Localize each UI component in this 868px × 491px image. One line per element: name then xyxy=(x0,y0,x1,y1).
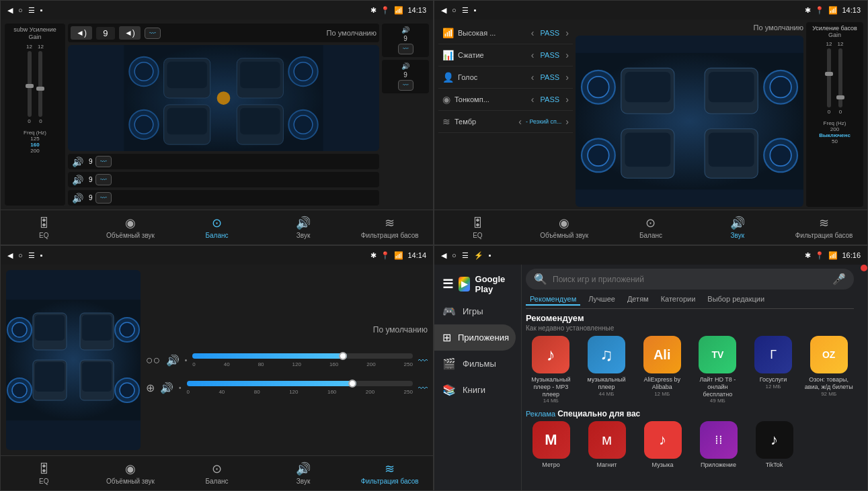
wave-btn-2[interactable]: 〰 xyxy=(95,174,112,185)
tab-eq-p1[interactable]: 🎛 EQ xyxy=(1,210,87,244)
tab-filter-p1[interactable]: ≋ Фильтрация басов xyxy=(346,210,433,244)
bass-gain-panel: Усиление басов Gain 12 0 12 0 Freq (H xyxy=(806,22,863,207)
gain-col-right: 12 0 xyxy=(38,44,44,124)
app-aliexpress[interactable]: Ali AliExpress by Alibaba 12 МБ xyxy=(637,336,687,404)
menu-icon[interactable]: ☰ xyxy=(28,6,35,15)
gplay-nav-games[interactable]: 🎮 Игры xyxy=(434,298,521,324)
svg-rect-28 xyxy=(709,72,754,102)
gain-slider-right[interactable] xyxy=(38,51,42,117)
vol-down-btn[interactable]: ◄) xyxy=(71,26,92,40)
vol-up-btn[interactable]: ◄) xyxy=(119,26,141,40)
tab-surround-label-p3: Объёмный звук xyxy=(106,478,155,485)
home-icon-p2[interactable]: ○ xyxy=(452,6,457,14)
app-tiktok[interactable]: ♪ TikTok xyxy=(749,421,799,469)
tone-arrow-left[interactable]: ‹ xyxy=(531,94,535,105)
slider2-wave: 〰 xyxy=(418,383,428,394)
voice-arrow-left[interactable]: ‹ xyxy=(531,72,535,83)
tab-sound-label-p3: Звук xyxy=(297,478,311,485)
tab-eq-p2[interactable]: 🎛 EQ xyxy=(434,210,521,244)
wave-btn-1[interactable]: 〰 xyxy=(95,156,112,167)
gplay-search-bar[interactable]: 🔍 🎤 xyxy=(526,269,854,289)
app-ozon-size: 92 МБ xyxy=(821,391,836,397)
tab-balance-p1[interactable]: ⊙ Баланс xyxy=(173,210,260,244)
bluetooth-icon-p3: ✱ xyxy=(370,251,377,260)
app-metro[interactable]: M Метро xyxy=(526,421,576,469)
filter-tab-categories[interactable]: Категории xyxy=(657,294,700,306)
bass-slider-right[interactable] xyxy=(838,48,842,107)
menu-icon-p4[interactable]: ☰ xyxy=(462,251,469,260)
hamburger-icon[interactable]: ☰ xyxy=(442,277,453,292)
timbre-val: - Резкий сп... xyxy=(526,118,561,125)
tab-sound-p2[interactable]: 🔊 Звук xyxy=(694,210,781,244)
tab-surround-p2[interactable]: ◉ Объёмный звук xyxy=(521,210,608,244)
filter-tab-editors[interactable]: Выбор редакции xyxy=(703,294,768,306)
status-icons-p2: ✱ 📍 📶 14:13 xyxy=(805,6,861,15)
gplay-nav-movies[interactable]: 🎬 Фильмы xyxy=(434,351,521,377)
wave-btn-3[interactable]: 〰 xyxy=(95,192,112,204)
tone-icon: ◉ xyxy=(442,94,450,105)
tab-sound-p3[interactable]: 🔊 Звук xyxy=(260,456,347,490)
back-icon-p4[interactable]: ◀ xyxy=(441,251,446,260)
tab-sound-p1[interactable]: 🔊 Звук xyxy=(260,210,347,244)
filter-tab-top[interactable]: Лучшее xyxy=(584,294,619,306)
r-speaker-2: 🔊 9 〰 xyxy=(382,60,429,93)
bass-active-freq: Выключенс xyxy=(819,132,851,138)
app-musicplayer2[interactable]: ♫ музыкальный плеер 44 МБ xyxy=(582,336,632,404)
voice-arrow-right[interactable]: › xyxy=(565,72,569,83)
compress-arrow-right[interactable]: › xyxy=(565,50,569,60)
home-icon-p4[interactable]: ○ xyxy=(452,251,457,259)
location-icon: 📍 xyxy=(381,6,390,15)
tab-balance-p3[interactable]: ⊙ Баланс xyxy=(173,456,260,490)
record-icon[interactable]: ▪ xyxy=(40,6,43,14)
record-icon-p3[interactable]: ▪ xyxy=(40,251,43,259)
search-input[interactable] xyxy=(553,275,827,284)
gplay-nav-books[interactable]: 📚 Книги xyxy=(434,377,521,403)
record-icon-p4[interactable]: ▪ xyxy=(489,251,491,259)
tone-arrow-right[interactable]: › xyxy=(565,94,569,105)
record-icon-p2[interactable]: ▪ xyxy=(474,6,477,14)
back-icon-p2[interactable]: ◀ xyxy=(441,6,446,15)
gplay-main-content: 🔍 🎤 Рекомендуем Лучшее Детям Категории В… xyxy=(522,265,858,490)
app-ozon[interactable]: OZ Озон: товары, авиа, ж/д билеты 92 МБ xyxy=(803,336,854,404)
tab-surround-p3[interactable]: ◉ Объёмный звук xyxy=(87,456,174,490)
wave-r1[interactable]: 〰 xyxy=(398,44,413,54)
app-gosuslugi[interactable]: Г Госуслуги 12 МБ xyxy=(748,336,799,404)
app-magnit[interactable]: м Магнит xyxy=(582,421,632,469)
active-freq: 160 xyxy=(24,142,46,148)
home-icon[interactable]: ○ xyxy=(18,6,23,14)
tab-eq-p3[interactable]: 🎛 EQ xyxy=(1,456,87,490)
slider1[interactable] xyxy=(192,353,413,359)
eq-icon: 🎛 xyxy=(38,216,50,230)
menu-icon-p3[interactable]: ☰ xyxy=(28,251,35,260)
back-icon[interactable]: ◀ xyxy=(7,6,13,15)
bass-slider-left[interactable] xyxy=(827,48,831,107)
filter-tab-recommended[interactable]: Рекомендуем xyxy=(526,294,580,306)
tab-balance-p2[interactable]: ⊙ Баланс xyxy=(608,210,695,244)
app-musicplayer2-icon: ♫ xyxy=(588,336,625,373)
gain-slider-left[interactable] xyxy=(28,51,32,117)
tab-filter-p3[interactable]: ≋ Фильтрация басов xyxy=(346,456,433,490)
filter-tab-kids[interactable]: Детям xyxy=(623,294,653,306)
gplay-nav-apps[interactable]: ⊞ Приложения xyxy=(434,324,516,351)
high-arrow-left[interactable]: ‹ xyxy=(531,28,535,38)
app-tv[interactable]: TV Лайт HD T8 - онлайн бесплатно 49 МБ xyxy=(693,336,743,404)
wave-r2[interactable]: 〰 xyxy=(398,80,413,91)
surround-icon: ◉ xyxy=(125,216,136,230)
tab-filter-p2[interactable]: ≋ Фильтрация басов xyxy=(781,210,867,244)
wifi-icon-p2: 📶 xyxy=(828,6,838,15)
compress-arrow-left[interactable]: ‹ xyxy=(531,50,535,60)
slider2[interactable] xyxy=(187,381,413,386)
mic-icon[interactable]: 🎤 xyxy=(832,273,846,285)
menu-icon-p2[interactable]: ☰ xyxy=(462,6,469,15)
timbre-arrow-right[interactable]: › xyxy=(565,116,569,127)
app-musicplayer[interactable]: ♪ Музыкальный плеер - MP3 плеер 14 МБ xyxy=(526,336,576,404)
tab-surround-p1[interactable]: ◉ Объёмный звук xyxy=(87,210,174,244)
app-dots[interactable]: ⁞⁞ Приложение xyxy=(693,421,744,469)
high-arrow-right[interactable]: › xyxy=(565,28,569,38)
app-music[interactable]: ♪ Музыка xyxy=(637,421,688,469)
wave-button[interactable]: 〰 xyxy=(145,28,161,39)
usb-icon-p4: ⚡ xyxy=(474,251,483,260)
timbre-arrow-left[interactable]: ‹ xyxy=(518,116,522,127)
back-icon-p3[interactable]: ◀ xyxy=(7,251,13,260)
home-icon-p3[interactable]: ○ xyxy=(18,251,23,259)
